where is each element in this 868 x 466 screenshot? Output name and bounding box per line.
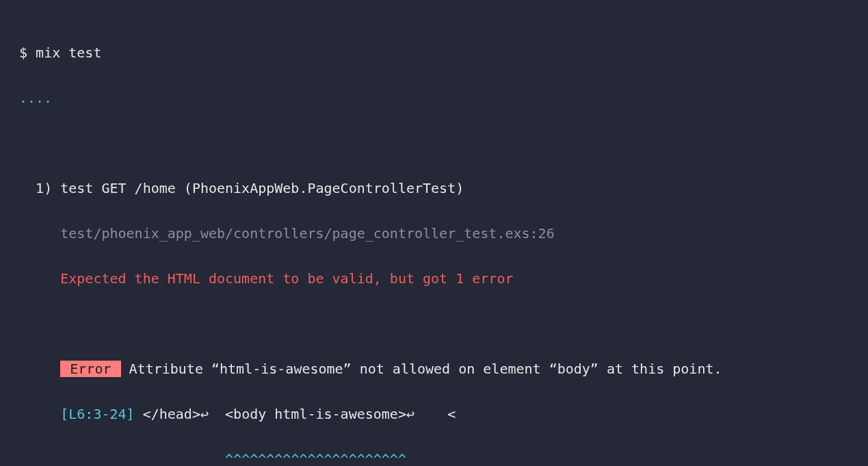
- indent: [19, 361, 60, 377]
- location-context-line: [L6:3-24] </head>↩ <body html-is-awesome…: [19, 403, 849, 426]
- test-file-line: test/phoenix_app_web/controllers/page_co…: [19, 222, 849, 245]
- progress-dots: ....: [19, 87, 849, 109]
- error-badge: Error: [60, 361, 120, 377]
- indent: [19, 451, 60, 466]
- command-line: $ mix test: [19, 42, 849, 64]
- caret-line: ^^^^^^^^^^^^^^^^^^^^^^: [19, 448, 849, 466]
- file-location: test/phoenix_app_web/controllers/page_co…: [60, 225, 554, 242]
- location-context: </head>↩ <body html-is-awesome>↩ <: [135, 406, 456, 422]
- test-index: 1): [36, 180, 60, 196]
- command-text: mix test: [36, 44, 101, 61]
- blank-line: [19, 132, 849, 155]
- terminal-output: $ mix test .... 1) test GET /home (Phoen…: [0, 0, 868, 466]
- indent: [19, 225, 60, 242]
- prompt-symbol: $: [19, 44, 36, 61]
- expectation-text: Expected the HTML document to be valid, …: [60, 270, 513, 287]
- caret-underline: ^^^^^^^^^^^^^^^^^^^^^^: [225, 451, 406, 466]
- blank-line: [19, 313, 849, 335]
- indent: [19, 270, 60, 287]
- indent: [19, 180, 36, 196]
- error-message: Attribute “html-is-awesome” not allowed …: [121, 361, 722, 377]
- location-tag: [L6:3-24]: [60, 406, 134, 422]
- indent: [19, 406, 60, 422]
- test-header: 1) test GET /home (PhoenixAppWeb.PageCon…: [19, 177, 849, 200]
- test-title: test GET /home (PhoenixAppWeb.PageContro…: [60, 180, 464, 196]
- caret-prefix: [60, 451, 225, 466]
- expectation-line: Expected the HTML document to be valid, …: [19, 268, 849, 290]
- error-line: Error Attribute “html-is-awesome” not al…: [19, 358, 849, 380]
